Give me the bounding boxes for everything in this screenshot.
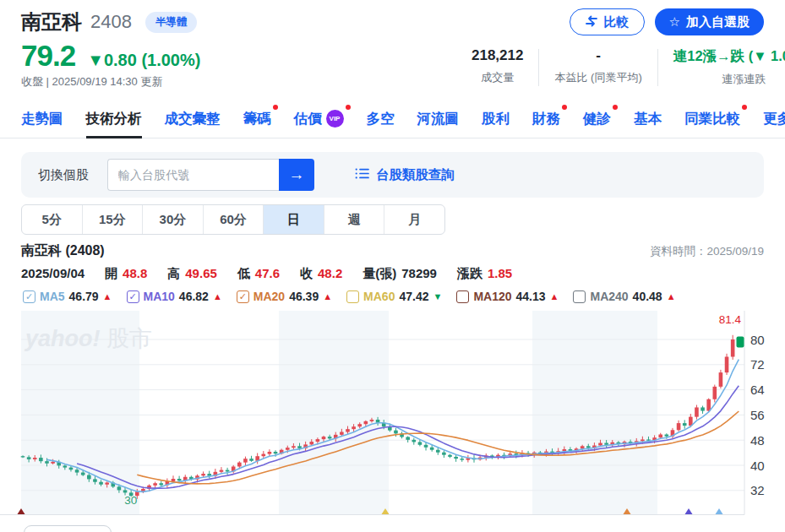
ohlc-row: 2025/09/04開48.8高49.65低47.6收48.2量(張)78299… [21, 266, 512, 282]
list-icon [355, 167, 369, 183]
nav-tab[interactable]: 股利 [482, 100, 510, 138]
notification-dot [273, 105, 278, 110]
period-tab-bar: 5分15分30分60分日週月 [21, 204, 445, 235]
ma-indicator: MA24040.48▲ [573, 290, 675, 303]
svg-text:32: 32 [750, 483, 765, 497]
ma-checkbox[interactable] [573, 290, 586, 303]
ma-checkbox[interactable]: ✓ [237, 290, 249, 303]
stat-label: 連漲連跌 [673, 72, 785, 87]
svg-text:64: 64 [750, 383, 765, 397]
nav-tab-label: 健診 [583, 110, 611, 128]
nav-tab[interactable]: 財務 [532, 100, 560, 138]
period-tab[interactable]: 日 [264, 205, 324, 234]
nav-tab[interactable]: 走勢圖 [21, 100, 63, 138]
quote-date: 2025/09/04 [21, 266, 84, 282]
nav-tab-label: 河流圖 [417, 110, 460, 128]
ma-indicator: MA6047.42▼ [346, 290, 442, 303]
indicator-selector-partial[interactable] [24, 525, 112, 532]
nav-tab[interactable]: 健診 [583, 100, 611, 138]
stock-header: 南亞科 2408 半導體 [21, 8, 197, 35]
sector-query-link[interactable]: 台股類股查詢 [355, 166, 455, 184]
quote-item: 高49.65 [167, 266, 217, 282]
switch-stock-label: 切換個股 [38, 167, 89, 183]
quote-value: 1.85 [488, 266, 512, 282]
ma-value: 46.39 [289, 290, 319, 303]
nav-tab-bar: 走勢圖技術分析成交彙整籌碼估價VIP多空河流圖股利財務健診基本同業比較更多... [0, 100, 785, 138]
nav-tab[interactable]: 同業比較 [684, 100, 740, 138]
nav-tab[interactable]: 技術分析 [86, 100, 142, 138]
quote-label: 高 [167, 266, 180, 282]
nav-tab[interactable]: 成交彙整 [165, 100, 221, 138]
svg-text:72: 72 [750, 357, 765, 372]
ma-label: MA240 [590, 290, 628, 303]
ma-label: MA20 [253, 290, 285, 303]
period-tab[interactable]: 5分 [22, 205, 83, 234]
star-icon: ☆ [669, 14, 680, 30]
up-arrow-icon: ▲ [213, 291, 222, 301]
nav-tab-label: 成交彙整 [165, 110, 221, 128]
period-tab[interactable]: 15分 [83, 205, 144, 234]
svg-text:56: 56 [750, 408, 765, 422]
quote-value: 49.65 [185, 266, 217, 282]
nav-tab-label: 同業比較 [684, 110, 740, 128]
ma-label: MA120 [473, 290, 511, 303]
quote-item: 漲跌1.85 [457, 266, 512, 282]
nav-tab[interactable]: 籌碼 [243, 100, 271, 138]
ma-label: MA60 [363, 290, 395, 303]
technical-analysis-chart[interactable]: 80726456484032yahoo! 股市81.430 [0, 311, 785, 519]
quote-item: 量(張)78299 [363, 266, 437, 282]
nav-tab[interactable]: 河流圖 [417, 100, 460, 138]
add-watchlist-button[interactable]: ☆ 加入自選股 [655, 8, 764, 35]
industry-badge[interactable]: 半導體 [145, 12, 198, 33]
nav-tab-label: 走勢圖 [21, 110, 63, 128]
ma-indicator: ✓MA546.79▲ [23, 290, 112, 303]
up-arrow-icon: ▲ [550, 291, 559, 301]
ma-value: 46.79 [69, 290, 99, 303]
quote-label: 漲跌 [457, 266, 482, 282]
sector-query-label: 台股類股查詢 [376, 166, 455, 184]
ma-indicator-row: ✓MA546.79▲✓MA1046.82▲✓MA2046.39▲MA6047.4… [23, 290, 676, 303]
period-tab[interactable]: 60分 [204, 205, 264, 234]
ma-checkbox[interactable] [346, 290, 359, 303]
stock-code: 2408 [90, 11, 132, 33]
compare-button[interactable]: 比較 [570, 8, 645, 35]
nav-tab[interactable]: 多空 [367, 100, 395, 138]
period-tab[interactable]: 週 [324, 205, 385, 234]
quote-value: 48.2 [318, 266, 342, 282]
up-arrow-icon: ▲ [103, 291, 112, 301]
period-tab[interactable]: 30分 [143, 205, 204, 234]
stat-value: - [554, 47, 641, 64]
stock-code-input[interactable] [107, 159, 279, 191]
quote-value: 48.8 [123, 266, 147, 282]
quote-value: 78299 [401, 266, 437, 282]
ma-checkbox[interactable]: ✓ [127, 290, 139, 303]
nav-tab[interactable]: 基本 [634, 100, 662, 138]
vip-badge: VIP [326, 110, 344, 128]
ma-value: 44.13 [516, 290, 546, 303]
stat-value: 218,212 [472, 47, 523, 64]
header-stats: 218,212成交量-本益比 (同業平均)連12漲→跌 (▼ 1.00%)連漲連… [456, 47, 785, 87]
up-arrow-icon: ▲ [667, 291, 676, 301]
price-change: ▼0.80 (1.00%) [87, 51, 200, 70]
search-go-button[interactable]: → [279, 159, 314, 191]
nav-tab-label: 更多... [763, 110, 785, 128]
last-price: 79.2 [21, 39, 75, 73]
svg-text:40: 40 [750, 459, 765, 473]
ma-checkbox[interactable]: ✓ [23, 290, 35, 303]
notification-dot [742, 105, 747, 110]
ma-indicator: MA12044.13▲ [456, 290, 559, 303]
svg-text:48: 48 [750, 433, 765, 448]
nav-tab-label: 技術分析 [86, 110, 142, 128]
compare-icon [585, 14, 598, 30]
period-tab[interactable]: 月 [384, 205, 444, 234]
nav-tab[interactable]: 估價VIP [294, 100, 344, 138]
svg-text:80: 80 [750, 333, 765, 347]
quote-item: 低47.6 [237, 266, 280, 282]
quote-item: 開48.8 [105, 266, 147, 282]
quote-item: 收48.2 [300, 266, 342, 282]
nav-tab[interactable]: 更多... [763, 100, 785, 138]
watchlist-label: 加入自選股 [686, 14, 750, 30]
quote-label: 收 [300, 266, 313, 282]
ma-checkbox[interactable] [456, 290, 469, 303]
ma-indicator: ✓MA1046.82▲ [127, 290, 222, 303]
